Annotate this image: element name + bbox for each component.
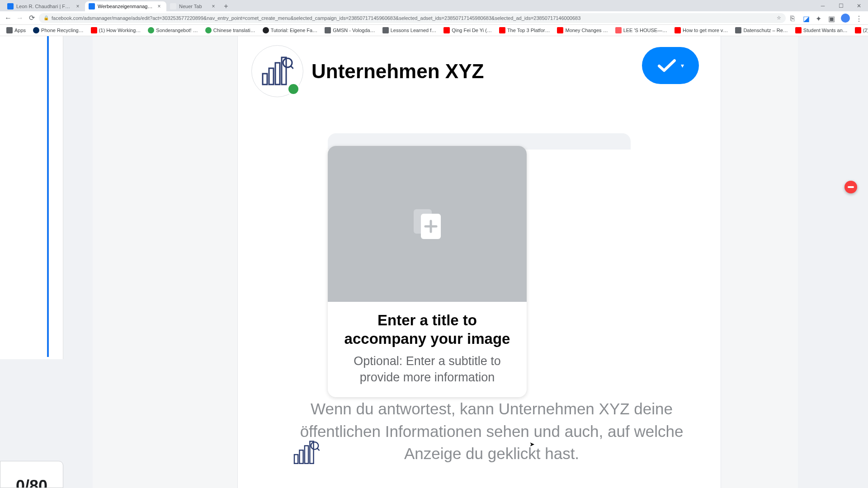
- back-button[interactable]: ←: [4, 14, 13, 23]
- bookmark-apps[interactable]: Apps: [4, 27, 28, 33]
- card-title[interactable]: Enter a title to accompany your image: [335, 311, 519, 348]
- bookmark-item[interactable]: Phone Recycling…: [30, 27, 86, 33]
- card-subtitle[interactable]: Optional: Enter a subtitle to provide mo…: [335, 353, 519, 386]
- bookmark-label: GMSN - Vologda…: [333, 28, 375, 33]
- tab-title: Werbeanzeigenmanager - We: [98, 4, 154, 9]
- chevron-down-icon: ▾: [681, 62, 684, 69]
- bookmarks-bar: Apps Phone Recycling… (1) How Working… S…: [0, 25, 868, 36]
- preview-card[interactable]: Enter a title to accompany your image Op…: [328, 146, 527, 397]
- bookmark-item[interactable]: Tutorial: Eigene Fa…: [260, 27, 321, 33]
- menu-icon[interactable]: ⋮: [855, 14, 863, 22]
- extensions-icon[interactable]: ✦: [816, 14, 823, 22]
- new-tab-button[interactable]: +: [221, 1, 231, 11]
- disclaimer-text: Wenn du antwortest, kann Unternehmen XYZ…: [290, 398, 693, 465]
- svg-rect-1: [269, 68, 274, 84]
- youtube-icon: [855, 27, 861, 33]
- bookmark-label: Chinese translati…: [213, 28, 255, 33]
- bookmark-label: LEE 'S HOUSE—…: [623, 28, 667, 33]
- counter-text: 0/80: [16, 477, 47, 488]
- apps-icon: [6, 27, 13, 33]
- bookmark-item[interactable]: Datenschutz – Re…: [732, 27, 790, 33]
- star-icon[interactable]: ☆: [777, 15, 781, 21]
- svg-rect-0: [263, 74, 267, 84]
- bookmark-label: How to get more v…: [683, 28, 728, 33]
- bookmark-item[interactable]: (2) How To Add A…: [852, 27, 868, 33]
- page-content: 0/80: [0, 36, 868, 488]
- error-badge[interactable]: [844, 181, 857, 193]
- cast-icon[interactable]: ⎘: [790, 14, 797, 22]
- image-placeholder[interactable]: [328, 146, 527, 302]
- youtube-icon: [795, 27, 802, 33]
- youtube-icon: [91, 27, 97, 33]
- bookmark-item[interactable]: Lessons Learned f…: [380, 27, 439, 33]
- bookmark-item[interactable]: GMSN - Vologda…: [322, 27, 378, 33]
- browser-tab[interactable]: Neuer Tab ×: [166, 1, 221, 11]
- bookmark-label: Lessons Learned f…: [391, 28, 437, 33]
- minimize-button[interactable]: ─: [814, 0, 832, 11]
- youtube-icon: [675, 27, 681, 33]
- bookmark-item[interactable]: How to get more v…: [672, 27, 731, 33]
- tab-title: Leon R. Chaudhari | Facebook: [16, 4, 72, 9]
- bookmark-favicon: [325, 27, 331, 33]
- preview-header: Unternehmen XYZ ▾: [238, 36, 721, 106]
- ad-preview: Unternehmen XYZ ▾: [237, 36, 721, 488]
- add-image-icon: [413, 208, 442, 240]
- bookmark-favicon: [263, 27, 269, 33]
- bar-chart-icon: [262, 56, 293, 86]
- company-logo-wrap: [251, 45, 303, 97]
- close-icon[interactable]: ×: [211, 4, 216, 9]
- left-sidebar-edge: 0/80: [0, 36, 63, 488]
- url-text: facebook.com/adsmanager/manage/ads/edit?…: [52, 15, 774, 21]
- bookmark-label: (1) How Working…: [99, 28, 141, 33]
- bookmark-label: Qing Fei De Yi (…: [452, 28, 492, 33]
- bookmark-favicon: [735, 27, 741, 33]
- browser-toolbar: ← → ⟳ 🔒 facebook.com/adsmanager/manage/a…: [0, 11, 868, 25]
- close-icon[interactable]: ×: [75, 4, 80, 9]
- youtube-icon: [499, 27, 505, 33]
- bookmark-favicon: [148, 27, 154, 33]
- bookmark-item[interactable]: Sonderangebot! …: [145, 27, 200, 33]
- editor-column: Unternehmen XYZ ▾: [93, 36, 798, 488]
- bookmark-favicon: [205, 27, 212, 33]
- bookmark-item[interactable]: Chinese translati…: [203, 27, 258, 33]
- company-name: Unternehmen XYZ: [311, 60, 484, 83]
- youtube-icon: [557, 27, 563, 33]
- browser-tab[interactable]: Werbeanzeigenmanager - We ×: [85, 1, 166, 11]
- bookmark-item[interactable]: LEE 'S HOUSE—…: [613, 27, 670, 33]
- bookmark-item[interactable]: Money Changes …: [554, 27, 610, 33]
- bookmark-label: Datenschutz – Re…: [743, 28, 788, 33]
- lock-icon: 🔒: [43, 15, 49, 20]
- bookmark-item[interactable]: (1) How Working…: [88, 27, 144, 33]
- bookmark-item[interactable]: Qing Fei De Yi (…: [441, 27, 495, 33]
- counter-box: 0/80: [0, 461, 63, 488]
- svg-line-5: [291, 66, 293, 69]
- profile-avatar[interactable]: [841, 14, 850, 23]
- toolbar-right: ⎘ ◪ ✦ ▣ ⋮: [788, 14, 864, 23]
- bookmark-label: Student Wants an…: [803, 28, 848, 33]
- bookmark-item[interactable]: The Top 3 Platfor…: [496, 27, 553, 33]
- bookmark-item[interactable]: Student Wants an…: [793, 27, 850, 33]
- check-icon: [657, 58, 676, 73]
- reload-button[interactable]: ⟳: [27, 14, 36, 23]
- close-icon[interactable]: ×: [156, 4, 162, 9]
- card-text: Enter a title to accompany your image Op…: [328, 302, 527, 397]
- window-controls: ─ ☐ ✕: [814, 0, 868, 11]
- bookmark-label: Money Changes …: [565, 28, 608, 33]
- facebook-icon: [7, 3, 14, 9]
- blank-favicon: [170, 3, 176, 9]
- extension-fb-icon[interactable]: ◪: [803, 14, 810, 22]
- bookmark-icon[interactable]: ▣: [828, 14, 835, 22]
- airbnb-icon: [615, 27, 622, 33]
- close-button[interactable]: ✕: [850, 0, 868, 11]
- forward-button[interactable]: →: [15, 14, 24, 23]
- bookmark-label: Sonderangebot! …: [156, 28, 198, 33]
- bookmark-label: (2) How To Add A…: [863, 28, 868, 33]
- maximize-button[interactable]: ☐: [832, 0, 850, 11]
- bookmark-favicon: [382, 27, 389, 33]
- browser-tab[interactable]: Leon R. Chaudhari | Facebook ×: [4, 1, 85, 11]
- bookmark-label: The Top 3 Platfor…: [507, 28, 550, 33]
- bookmark-favicon: [33, 27, 39, 33]
- confirm-dropdown-button[interactable]: ▾: [642, 47, 699, 84]
- tab-title: Neuer Tab: [179, 4, 208, 9]
- address-bar[interactable]: 🔒 facebook.com/adsmanager/manage/ads/edi…: [39, 13, 786, 23]
